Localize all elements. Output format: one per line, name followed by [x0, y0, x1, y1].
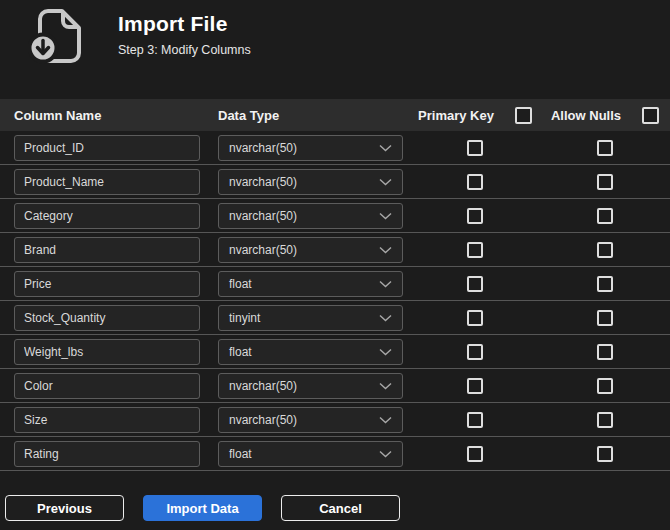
data-type-cell: float — [218, 271, 410, 297]
allow-nulls-header-group: Allow Nulls — [540, 107, 670, 124]
chevron-down-icon — [379, 416, 392, 424]
table-row: nvarchar(50) — [0, 233, 670, 267]
table-row: nvarchar(50) — [0, 131, 670, 165]
data-type-value: nvarchar(50) — [229, 175, 297, 189]
page-title: Import File — [118, 11, 251, 37]
data-type-value: float — [229, 277, 252, 291]
data-type-select[interactable]: nvarchar(50) — [218, 407, 403, 433]
allow-nulls-checkbox[interactable] — [597, 378, 613, 394]
allow-nulls-checkbox[interactable] — [597, 412, 613, 428]
allow-nulls-checkbox[interactable] — [597, 174, 613, 190]
primary-key-cell — [410, 378, 540, 394]
data-type-value: float — [229, 345, 252, 359]
chevron-down-icon — [379, 178, 392, 186]
primary-key-checkbox[interactable] — [467, 174, 483, 190]
data-type-value: nvarchar(50) — [229, 379, 297, 393]
data-type-cell: nvarchar(50) — [218, 237, 410, 263]
data-type-header: Data Type — [218, 108, 410, 123]
column-name-input[interactable] — [14, 441, 200, 467]
column-name-input[interactable] — [14, 169, 200, 195]
column-name-input[interactable] — [14, 339, 200, 365]
primary-key-select-all-checkbox[interactable] — [515, 107, 532, 124]
data-type-value: nvarchar(50) — [229, 209, 297, 223]
allow-nulls-checkbox[interactable] — [597, 446, 613, 462]
primary-key-header-label: Primary Key — [418, 108, 494, 123]
allow-nulls-cell — [540, 140, 670, 156]
data-type-cell: nvarchar(50) — [218, 407, 410, 433]
table-header-row: Column Name Data Type Primary Key Allow … — [0, 99, 670, 131]
allow-nulls-checkbox[interactable] — [597, 242, 613, 258]
data-type-select[interactable]: nvarchar(50) — [218, 237, 403, 263]
data-type-value: nvarchar(50) — [229, 243, 297, 257]
primary-key-cell — [410, 208, 540, 224]
primary-key-cell — [410, 344, 540, 360]
column-name-cell — [0, 305, 218, 331]
column-name-input[interactable] — [14, 203, 200, 229]
data-type-select[interactable]: float — [218, 339, 403, 365]
allow-nulls-cell — [540, 276, 670, 292]
data-type-cell: nvarchar(50) — [218, 169, 410, 195]
data-type-select[interactable]: tinyint — [218, 305, 403, 331]
import-data-button[interactable]: Import Data — [143, 495, 262, 521]
data-type-select[interactable]: nvarchar(50) — [218, 203, 403, 229]
allow-nulls-checkbox[interactable] — [597, 276, 613, 292]
allow-nulls-select-all-checkbox[interactable] — [642, 107, 659, 124]
primary-key-cell — [410, 412, 540, 428]
cancel-button[interactable]: Cancel — [281, 495, 400, 521]
primary-key-checkbox[interactable] — [467, 446, 483, 462]
data-type-select[interactable]: float — [218, 441, 403, 467]
allow-nulls-checkbox[interactable] — [597, 344, 613, 360]
column-name-header: Column Name — [0, 108, 218, 123]
primary-key-checkbox[interactable] — [467, 310, 483, 326]
chevron-down-icon — [379, 144, 392, 152]
column-name-input[interactable] — [14, 271, 200, 297]
data-type-value: nvarchar(50) — [229, 413, 297, 427]
allow-nulls-cell — [540, 344, 670, 360]
table-row: tinyint — [0, 301, 670, 335]
primary-key-checkbox[interactable] — [467, 276, 483, 292]
primary-key-cell — [410, 310, 540, 326]
primary-key-checkbox[interactable] — [467, 344, 483, 360]
allow-nulls-header-label: Allow Nulls — [551, 108, 621, 123]
table-row: float — [0, 267, 670, 301]
primary-key-checkbox[interactable] — [467, 242, 483, 258]
column-name-cell — [0, 169, 218, 195]
column-name-input[interactable] — [14, 135, 200, 161]
columns-table: Column Name Data Type Primary Key Allow … — [0, 99, 670, 471]
primary-key-checkbox[interactable] — [467, 412, 483, 428]
primary-key-checkbox[interactable] — [467, 378, 483, 394]
header-text-block: Import File Step 3: Modify Columns — [118, 9, 251, 57]
data-type-select[interactable]: nvarchar(50) — [218, 373, 403, 399]
data-type-select[interactable]: nvarchar(50) — [218, 169, 403, 195]
data-type-value: tinyint — [229, 311, 260, 325]
column-name-cell — [0, 339, 218, 365]
table-body: nvarchar(50) nvarchar(50) — [0, 131, 670, 471]
primary-key-header-group: Primary Key — [410, 107, 540, 124]
column-name-cell — [0, 441, 218, 467]
allow-nulls-checkbox[interactable] — [597, 140, 613, 156]
primary-key-cell — [410, 242, 540, 258]
previous-button[interactable]: Previous — [5, 495, 124, 521]
column-name-input[interactable] — [14, 237, 200, 263]
column-name-input[interactable] — [14, 373, 200, 399]
allow-nulls-checkbox[interactable] — [597, 310, 613, 326]
column-name-input[interactable] — [14, 407, 200, 433]
primary-key-cell — [410, 276, 540, 292]
data-type-select[interactable]: nvarchar(50) — [218, 135, 403, 161]
column-name-input[interactable] — [14, 305, 200, 331]
primary-key-checkbox[interactable] — [467, 140, 483, 156]
table-row: nvarchar(50) — [0, 403, 670, 437]
data-type-cell: nvarchar(50) — [218, 135, 410, 161]
allow-nulls-cell — [540, 412, 670, 428]
chevron-down-icon — [379, 382, 392, 390]
column-name-cell — [0, 135, 218, 161]
dialog-footer: Previous Import Data Cancel — [5, 495, 670, 521]
primary-key-cell — [410, 174, 540, 190]
data-type-value: nvarchar(50) — [229, 141, 297, 155]
data-type-cell: nvarchar(50) — [218, 203, 410, 229]
primary-key-checkbox[interactable] — [467, 208, 483, 224]
table-row: nvarchar(50) — [0, 369, 670, 403]
data-type-select[interactable]: float — [218, 271, 403, 297]
chevron-down-icon — [379, 314, 392, 322]
allow-nulls-checkbox[interactable] — [597, 208, 613, 224]
